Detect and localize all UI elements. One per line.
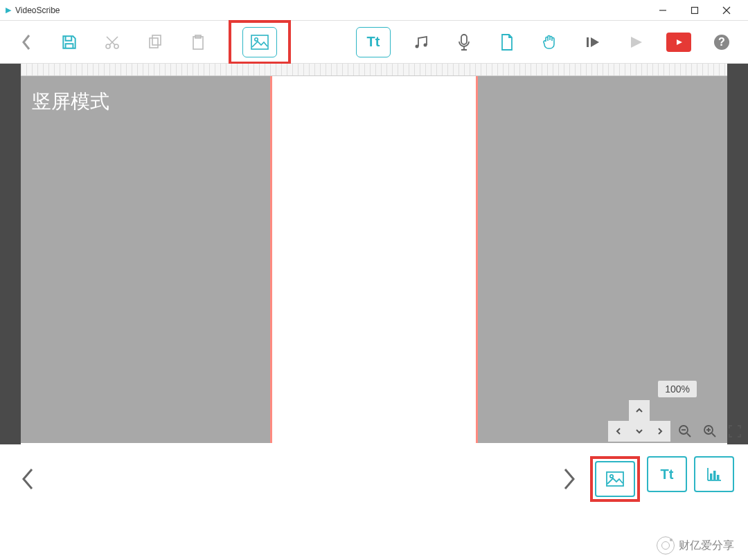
page-settings-button[interactable] xyxy=(495,30,519,55)
play-from-button[interactable] xyxy=(580,30,605,55)
close-button[interactable] xyxy=(711,0,742,21)
canvas-area: 竖屏模式 100% xyxy=(0,64,748,444)
voiceover-button[interactable] xyxy=(452,30,477,55)
svg-point-13 xyxy=(255,37,258,40)
text-icon: Tt xyxy=(367,34,380,50)
canvas-mode-label: 竖屏模式 xyxy=(32,89,109,115)
svg-marker-18 xyxy=(591,37,599,47)
horizontal-ruler xyxy=(21,64,727,76)
zoom-out-button[interactable] xyxy=(675,421,695,442)
portrait-frame xyxy=(270,76,478,443)
timeline-add-image-button[interactable] xyxy=(595,461,635,497)
svg-point-15 xyxy=(424,43,427,46)
music-button[interactable] xyxy=(409,30,434,55)
text-icon: Tt xyxy=(661,467,674,482)
svg-rect-30 xyxy=(607,472,623,486)
back-button[interactable] xyxy=(14,30,39,55)
copy-button[interactable] xyxy=(143,30,168,55)
timeline-prev-button[interactable] xyxy=(14,451,42,507)
svg-line-27 xyxy=(712,433,715,437)
canvas-dark-edge-left xyxy=(0,64,21,444)
pan-up-button[interactable] xyxy=(629,400,650,421)
svg-rect-1 xyxy=(692,7,698,13)
svg-point-31 xyxy=(610,475,613,478)
svg-rect-17 xyxy=(587,37,589,47)
svg-point-14 xyxy=(416,44,419,48)
svg-line-24 xyxy=(687,433,691,437)
timeline-panel: Tt xyxy=(0,444,748,514)
play-button[interactable] xyxy=(623,30,648,55)
main-toolbar: Tt ? xyxy=(0,21,748,64)
svg-rect-8 xyxy=(150,38,158,48)
timeline-add-chart-button[interactable] xyxy=(694,456,734,492)
timeline-next-button[interactable] xyxy=(555,451,583,507)
help-button[interactable]: ? xyxy=(709,30,734,55)
svg-rect-36 xyxy=(717,475,720,480)
maximize-button[interactable] xyxy=(679,0,711,21)
export-video-button[interactable] xyxy=(666,33,691,52)
pan-right-button[interactable] xyxy=(650,421,670,442)
hand-tool-button[interactable] xyxy=(537,30,562,55)
svg-rect-16 xyxy=(461,35,467,44)
add-image-button[interactable] xyxy=(242,27,277,57)
svg-marker-20 xyxy=(677,39,682,45)
highlighted-add-image xyxy=(229,20,291,64)
timeline-tools: Tt xyxy=(590,456,734,502)
highlighted-timeline-image xyxy=(590,456,640,502)
pan-controls xyxy=(608,400,670,442)
wechat-icon xyxy=(657,536,675,554)
fit-screen-button[interactable] xyxy=(724,421,745,442)
window-titlebar: ▶ VideoScribe xyxy=(0,0,748,21)
canvas-float-controls: 100% xyxy=(608,381,745,442)
svg-rect-9 xyxy=(152,35,161,45)
pan-left-button[interactable] xyxy=(608,421,629,442)
minimize-button[interactable] xyxy=(647,0,679,21)
svg-rect-34 xyxy=(710,473,713,480)
add-text-button[interactable]: Tt xyxy=(356,27,391,57)
svg-marker-19 xyxy=(631,37,642,48)
watermark: 财亿爱分享 xyxy=(657,536,734,554)
save-button[interactable] xyxy=(57,30,82,55)
watermark-text: 财亿爱分享 xyxy=(679,539,734,553)
cut-button[interactable] xyxy=(100,30,125,55)
zoom-in-button[interactable] xyxy=(700,421,720,442)
svg-text:?: ? xyxy=(718,36,725,48)
svg-rect-12 xyxy=(251,35,268,49)
timeline-add-text-button[interactable]: Tt xyxy=(647,456,687,492)
app-logo-icon: ▶ xyxy=(6,6,11,15)
paste-button[interactable] xyxy=(186,30,211,55)
pan-down-button[interactable] xyxy=(629,421,650,442)
svg-rect-35 xyxy=(713,471,716,480)
window-title: VideoScribe xyxy=(15,6,647,15)
zoom-level-label: 100% xyxy=(658,381,697,397)
